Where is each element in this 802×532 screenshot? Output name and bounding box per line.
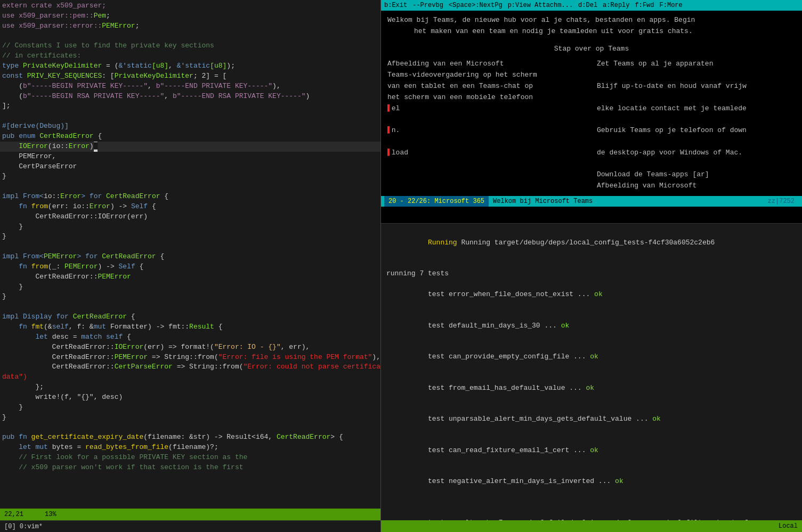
code-line-19: [0, 182, 380, 192]
code-line-47: // x509 parser won't work if that sectio…: [0, 463, 380, 473]
code-line-1: extern crate x509_parser;: [0, 1, 380, 11]
code-line-10: (b"-----BEGIN RSA PRIVATE KEY-----", b"-…: [0, 92, 380, 102]
col-right-line7: Gebruik Teams op je telefoon of down: [597, 125, 796, 136]
browser-prev[interactable]: --Prevbg: [412, 2, 443, 9]
test-line-5: test unparsable_alert_min_days_gets_defa…: [386, 404, 797, 435]
code-line-35: CertReadError::IOError(err) => format!("…: [0, 342, 380, 353]
code-line-22: CertReadError::IOError(err): [0, 212, 380, 222]
code-line-17: CertParseError: [0, 162, 380, 172]
code-line-20: impl From<io::Error> for CertReadError {: [0, 192, 380, 202]
col-right-line1: Zet Teams op al je apparaten: [597, 59, 796, 70]
terminal-blank2: [386, 497, 797, 508]
teams-col-right: Zet Teams op al je apparaten Blijf up-to…: [597, 59, 796, 192]
terminal-status-right: Local: [779, 522, 798, 530]
col-left-line4: het scherm van een mobiele telefoon: [387, 92, 586, 103]
code-line-38: data"): [0, 372, 380, 382]
welcome-text2: het maken van een team en nodig je teaml…: [414, 26, 796, 37]
browser-progress: 20 - 22/26: Microsoft 365: [384, 196, 489, 207]
teams-col-left: Afbeelding van een Microsoft Teams-video…: [387, 59, 586, 192]
code-line-30: }: [0, 292, 380, 302]
terminal-running-line: Running Running target/debug/deps/local_…: [386, 227, 797, 258]
code-line-12: [0, 111, 380, 121]
col-right-line3: Blijf up-to-date en houd vanaf vrijw: [597, 81, 796, 92]
code-line-14: pub enum CertReadError {: [0, 132, 380, 142]
test-result-line1: test result: ok. 7 passed; 0 failed; 0 i…: [386, 508, 797, 521]
browser-space[interactable]: <Space>:NextPg: [449, 2, 503, 9]
code-line-43: [0, 422, 380, 432]
test-line-7: test negative_alert_min_days_is_inverted…: [386, 466, 797, 497]
code-line-5: // Constants I use to find the private k…: [0, 41, 380, 51]
col-left-line6: [387, 114, 586, 125]
code-line-39: };: [0, 382, 380, 392]
col-left-line1: Afbeelding van een Microsoft: [387, 59, 586, 70]
code-line-26: impl From<PEMError> for CertReadError {: [0, 252, 380, 262]
code-content[interactable]: extern crate x509_parser; use x509_parse…: [0, 0, 380, 509]
code-line-40: write!(f, "{}", desc): [0, 392, 380, 403]
code-line-24: }: [0, 232, 380, 242]
browser-status-bar: 20 - 22/26: Microsoft 365 Welkom bij Mic…: [381, 196, 802, 207]
col-left-line7: ▌n.: [387, 125, 586, 136]
code-line-15: IOError(io::Error)█: [0, 142, 380, 152]
browser-reply[interactable]: a:Reply: [603, 2, 629, 9]
col-left-line3: van een tablet en een Teams-chat op: [387, 81, 586, 92]
code-line-8: const PRIV_KEY_SEQUENCES: [PrivateKeyDel…: [0, 71, 380, 81]
code-line-32: impl Display for CertReadError {: [0, 312, 380, 322]
code-line-25: [0, 242, 380, 252]
col-right-line6: [597, 114, 796, 125]
code-line-37: CertReadError::CertParseError => String:…: [0, 362, 380, 372]
col-left-line5: ▌el: [387, 103, 586, 114]
code-line-46: // First look for a possible PRIVATE KEY…: [0, 453, 380, 463]
code-line-16: PEMError,: [0, 152, 380, 162]
browser-view[interactable]: p:View Attachm...: [508, 2, 573, 9]
browser-url: Welkom bij Microsoft Teams: [489, 198, 764, 205]
code-line-41: }: [0, 403, 380, 413]
terminal-test-count: running 7 tests: [386, 268, 797, 279]
editor-position: 22,21: [4, 511, 23, 518]
terminal-status-bar: Local: [381, 520, 802, 532]
code-line-21: fn from(err: io::Error) -> Self {: [0, 202, 380, 212]
vim-tab-name: [0] 0:vim*: [4, 523, 43, 530]
col-left-line2: Teams-videovergadering op het scherm: [387, 70, 586, 81]
col-right-line5: elke locatie contact met je teamlede: [597, 103, 796, 114]
terminal-blank1: [386, 258, 797, 269]
editor-status-bar: 22,21 13%: [0, 509, 380, 520]
col-right-line4: [597, 92, 796, 103]
code-line-11: ];: [0, 101, 380, 111]
terminal-output[interactable]: Running Running target/debug/deps/local_…: [381, 224, 802, 520]
code-line-31: [0, 302, 380, 312]
code-line-3: use x509_parser::error::PEMError;: [0, 21, 380, 31]
code-line-4: [0, 31, 380, 42]
test-line-6: test can_read_fixture_email_1_cert ... o…: [386, 435, 797, 466]
browser-pane: b:Exit --Prevbg <Space>:NextPg p:View At…: [381, 0, 802, 224]
code-line-42: }: [0, 413, 380, 423]
code-line-13: #[derive(Debug)]: [0, 121, 380, 132]
col-right-line11: Download de Teams-apps [ar]: [597, 169, 796, 181]
test-line-2: test default_min_days_is_30 ... ok: [386, 310, 797, 341]
col-right-line8: [597, 136, 796, 148]
browser-fwd[interactable]: f:Fwd: [635, 2, 654, 9]
col-right-line10: [597, 159, 796, 170]
browser-header[interactable]: b:Exit --Prevbg <Space>:NextPg p:View At…: [381, 0, 802, 11]
browser-content: Welkom bij Teams, de nieuwe hub voor al …: [381, 11, 802, 196]
right-pane: b:Exit --Prevbg <Space>:NextPg p:View At…: [381, 0, 802, 532]
test-line-1: test error_when_file_does_not_exist ... …: [386, 279, 797, 310]
code-line-27: fn from(_: PEMError) -> Self {: [0, 262, 380, 272]
col-right-line12: Afbeelding van Microsoft: [597, 181, 796, 192]
code-line-28: CertReadError::PEMError: [0, 272, 380, 282]
browser-more[interactable]: F:More: [660, 2, 683, 9]
section-title: Stap over op Teams: [387, 44, 796, 55]
code-line-34: let desc = match self {: [0, 332, 380, 342]
test-line-4: test from_email_has_default_value ... ok: [386, 372, 797, 404]
browser-exit[interactable]: b:Exit: [384, 2, 407, 9]
test-line-3: test can_provide_empty_config_file ... o…: [386, 341, 797, 373]
col-right-line2: [597, 70, 796, 81]
col-left-line9: ▌load: [387, 148, 586, 159]
vim-cmdline: [0] 0:vim*: [0, 520, 380, 532]
welcome-text: Welkom bij Teams, de nieuwe hub voor al …: [387, 15, 796, 26]
code-editor-pane: extern crate x509_parser; use x509_parse…: [0, 0, 381, 532]
main-area: extern crate x509_parser; use x509_parse…: [0, 0, 802, 532]
browser-del[interactable]: d:Del: [578, 2, 597, 9]
editor-percent: 13%: [45, 511, 56, 518]
code-line-45: let mut bytes = read_bytes_from_file(fil…: [0, 443, 380, 453]
code-line-44: pub fn get_certificate_expiry_date(filen…: [0, 432, 380, 443]
